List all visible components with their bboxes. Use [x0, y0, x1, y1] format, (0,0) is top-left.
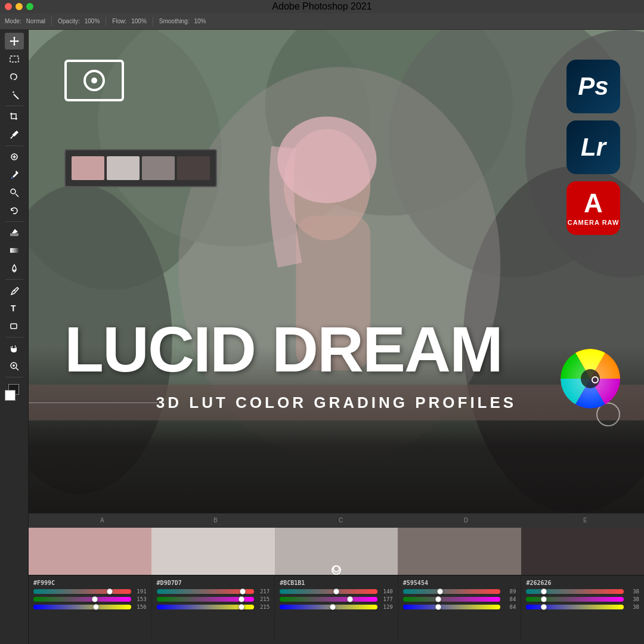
color-panel-3: #BCB1B1 140 177: [275, 576, 398, 641]
eraser-tool[interactable]: [5, 224, 24, 241]
marker-d: D: [464, 517, 468, 524]
marquee-tool[interactable]: [5, 51, 24, 67]
main-title-area: LUCID DREAM: [64, 317, 561, 382]
eyedropper-tool[interactable]: [5, 126, 24, 143]
slider-g-1[interactable]: 153: [33, 596, 147, 602]
titlebar: Adobe Photoshop 2021: [0, 0, 644, 13]
slider-r-3[interactable]: 140: [280, 589, 393, 595]
tools-sidebar: T: [0, 30, 29, 644]
opacity-value[interactable]: 100%: [85, 18, 100, 24]
canvas-content: Ps Lr A CAMERA RAW LUCID DREAM 3D LUT CO…: [29, 30, 644, 644]
canvas-area[interactable]: Ps Lr A CAMERA RAW LUCID DREAM 3D LUT CO…: [29, 30, 644, 513]
burn-tool[interactable]: [5, 260, 24, 277]
svg-point-9: [13, 290, 15, 292]
svg-text:T: T: [11, 304, 16, 313]
subtitle-text: 3D LUT COLOR GRADING PROFILES: [156, 394, 516, 412]
slider-b-2[interactable]: 215: [157, 604, 270, 610]
slider-r-1[interactable]: 191: [33, 589, 147, 595]
palette-swatch-5[interactable]: [521, 528, 644, 575]
slider-r-4[interactable]: 89: [403, 589, 516, 595]
app-icons-panel: Ps Lr A CAMERA RAW: [566, 60, 620, 235]
clone-tool[interactable]: [5, 184, 24, 201]
titlebar-title: Adobe Photoshop 2021: [272, 1, 371, 12]
slider-b-3[interactable]: 129: [280, 604, 393, 610]
flow-value[interactable]: 100%: [131, 18, 147, 24]
slider-b-1[interactable]: 156: [33, 604, 147, 610]
pen-tool[interactable]: [5, 282, 24, 299]
camera-icon-circle: [83, 70, 105, 91]
bottom-section: A B C D E #F999C: [29, 513, 644, 644]
lr-label: Lr: [581, 133, 606, 162]
lasso-tool[interactable]: [5, 69, 24, 85]
smoothing-value[interactable]: 10%: [194, 18, 206, 24]
color-panel-5: #262626 38 38: [521, 576, 644, 641]
camera-icon-dot: [91, 78, 97, 83]
marker-e: E: [583, 517, 587, 524]
gradient-tool[interactable]: [5, 242, 24, 259]
color-panel-4: #595454 89 84: [398, 576, 522, 641]
maximize-button[interactable]: [26, 3, 33, 10]
title-text: LUCID DREAM: [64, 317, 561, 382]
ps-label: Ps: [578, 72, 608, 101]
zoom-tool[interactable]: [5, 358, 24, 374]
hex-label-5: #262626: [526, 580, 639, 586]
slider-g-3[interactable]: 177: [280, 596, 393, 602]
marker-b: B: [213, 517, 218, 524]
palette-swatch-3[interactable]: [275, 528, 398, 575]
color-panel-2: #D9D7D7 217 215: [152, 576, 275, 641]
palette-swatch-1[interactable]: [29, 528, 151, 575]
swatch-pink[interactable]: [72, 156, 104, 180]
svg-rect-11: [11, 324, 17, 329]
swatch-light[interactable]: [107, 156, 140, 180]
shape-tool[interactable]: [5, 318, 24, 335]
toolbar: Mode: Normal Opacity: 100% Flow: 100% Sm…: [0, 13, 644, 30]
color-swatches[interactable]: [4, 382, 25, 403]
hex-label-3: #BCB1B1: [280, 580, 393, 586]
lightroom-icon: Lr: [566, 120, 620, 174]
brush-tool[interactable]: [5, 166, 24, 183]
camera-raw-icon: A CAMERA RAW: [566, 181, 620, 235]
slider-b-5[interactable]: 38: [526, 604, 639, 610]
marker-c: C: [339, 517, 343, 524]
healing-tool[interactable]: [5, 148, 24, 165]
acr-text: CAMERA RAW: [568, 219, 620, 226]
opacity-label: Opacity:: [58, 18, 80, 24]
text-tool[interactable]: T: [5, 300, 24, 317]
flow-label: Flow:: [112, 18, 126, 24]
move-tool[interactable]: [5, 33, 24, 49]
color-panel-1: #F999C 191 153: [29, 576, 152, 641]
slider-r-2[interactable]: 217: [157, 589, 270, 595]
palette-swatch-2[interactable]: [151, 528, 274, 575]
hand-tool[interactable]: [5, 340, 24, 357]
palette-swatch-4[interactable]: [398, 528, 521, 575]
mode-value[interactable]: Normal: [26, 18, 45, 24]
swatch-mid[interactable]: [142, 156, 175, 180]
hex-sliders-row: #F999C 191 153: [29, 575, 644, 641]
mode-label: Mode:: [5, 18, 21, 24]
swatch-dark[interactable]: [177, 156, 210, 180]
slider-b-4[interactable]: 84: [403, 604, 516, 610]
svg-line-6: [16, 194, 18, 197]
close-button[interactable]: [5, 3, 12, 10]
photoshop-icon: Ps: [566, 60, 620, 113]
svg-rect-7: [10, 233, 18, 236]
color-swatches-panel[interactable]: [64, 149, 217, 187]
camera-icon-frame: [64, 60, 124, 101]
color-wheel[interactable]: [561, 349, 620, 408]
subtitle-line-left: [29, 402, 157, 403]
magic-wand-tool[interactable]: [5, 86, 24, 103]
svg-rect-8: [10, 248, 18, 253]
svg-line-1: [14, 94, 18, 99]
palette-row: [29, 528, 644, 575]
history-tool[interactable]: [5, 202, 24, 219]
hex-label-1: #F999C: [33, 580, 147, 586]
slider-g-4[interactable]: 84: [403, 596, 516, 602]
slider-g-2[interactable]: 215: [157, 596, 270, 602]
smoothing-label: Smoothing:: [159, 18, 190, 24]
minimize-button[interactable]: [16, 3, 23, 10]
slider-r-5[interactable]: 38: [526, 589, 639, 595]
svg-rect-0: [10, 56, 18, 62]
color-marker-bar: A B C D E: [29, 513, 644, 528]
slider-g-5[interactable]: 38: [526, 596, 639, 602]
crop-tool[interactable]: [5, 109, 24, 125]
